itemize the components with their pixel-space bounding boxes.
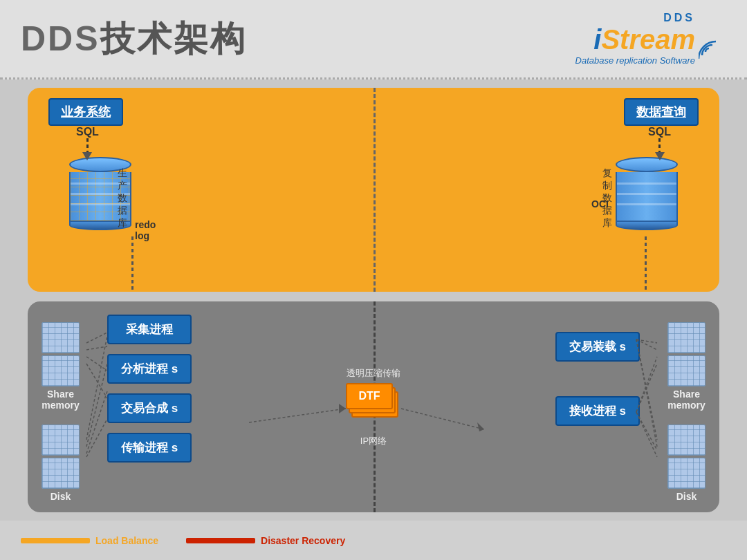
top-left: 业务系统 xyxy=(48,98,123,126)
left-disk: Disk xyxy=(42,424,80,502)
footer-load-balance: Load Balance xyxy=(21,535,158,546)
svg-line-6 xyxy=(86,391,107,454)
right-db-area: SQL OCI 复制数据库 xyxy=(616,129,678,230)
sql-right-line xyxy=(658,138,661,152)
svg-marker-19 xyxy=(477,422,484,431)
rep-db-label: 复制数据库 xyxy=(602,167,612,230)
disaster-recovery-label: Disaster Recovery xyxy=(261,535,345,546)
disaster-recovery-bar xyxy=(186,538,255,543)
title-dds: DDS xyxy=(21,19,100,58)
sql-left-arrow xyxy=(82,152,92,160)
process-transmit: 传输进程 s xyxy=(107,433,192,463)
right-memory-disk: Sharememory Disk xyxy=(667,322,706,502)
grid-icon-disk2 xyxy=(42,458,80,489)
disk-left-label: Disk xyxy=(50,491,71,502)
sql-right-label: SQL xyxy=(648,126,671,138)
share-memory-left-label: Sharememory xyxy=(42,389,79,411)
process-analyze: 分析进程 s xyxy=(107,354,192,384)
logo-stream: Stream xyxy=(601,24,695,55)
dtf-stack: DTF xyxy=(346,383,401,431)
center-divider xyxy=(374,88,376,292)
grid-icon-sm3 xyxy=(667,322,706,353)
dtf-label: DTF xyxy=(358,390,380,402)
disk-right-label: Disk xyxy=(676,491,697,502)
share-memory-right-label: Sharememory xyxy=(667,389,705,411)
svg-line-3 xyxy=(86,364,107,398)
svg-line-2 xyxy=(86,357,107,371)
page-wrapper: DDS技术架构 DDS i Stream Database replicatio… xyxy=(0,0,747,560)
load-balance-label: Load Balance xyxy=(95,535,158,546)
logo-istream-row: i Stream xyxy=(593,24,695,55)
sql-right-area: SQL xyxy=(648,126,671,160)
svg-line-16 xyxy=(249,409,346,422)
left-db-area: SQL redo log xyxy=(69,129,131,230)
redo-line-down xyxy=(131,236,133,292)
left-processes: 采集进程 分析进程 s 交易合成 s 传输进程 s xyxy=(107,312,192,465)
right-share-memory: Sharememory xyxy=(667,322,706,411)
ip-label: IP网络 xyxy=(360,435,387,447)
oci-line-down xyxy=(645,236,647,292)
prod-db-label: 生产数据库 xyxy=(118,167,131,230)
logo-subtitle: Database replication Software xyxy=(575,55,695,66)
stripe1r xyxy=(617,183,676,185)
right-db-cylinder xyxy=(616,157,678,230)
compression-label: 透明压缩传输 xyxy=(347,367,400,380)
grid-icon-disk4 xyxy=(667,458,706,489)
left-share-memory: Sharememory xyxy=(42,322,80,411)
redo-log-label: redo log xyxy=(135,219,156,241)
svg-line-7 xyxy=(86,419,107,457)
process-compose: 交易合成 s xyxy=(107,393,192,423)
load-balance-bar xyxy=(21,538,90,543)
logo-area: DDS i Stream Database replication Softwa… xyxy=(575,12,726,66)
sql-left-area: SQL xyxy=(76,126,99,160)
process-load: 交易装载 s xyxy=(555,332,640,362)
dtf-area: 透明压缩传输 DTF IP网络 xyxy=(346,367,401,447)
signal-icon xyxy=(699,24,726,62)
right-disk: Disk xyxy=(667,424,706,502)
right-processes: 交易装载 s 接收进程 s xyxy=(555,329,640,429)
sql-left-label: SQL xyxy=(76,126,99,138)
cylinder-body-right xyxy=(616,172,678,221)
logo-text: DDS i Stream Database replication Softwa… xyxy=(575,12,695,66)
stripe2r xyxy=(617,193,676,195)
content-area: 业务系统 数据查询 SQL xyxy=(0,80,747,521)
logo-container: DDS i Stream Database replication Softwa… xyxy=(575,12,726,66)
bottom-panel: Sharememory Disk 采集进程 分析进程 s 交易合成 s 传输进程… xyxy=(28,301,719,512)
grid-icon-disk1 xyxy=(42,424,80,456)
sql-left-line xyxy=(86,138,89,152)
grid-icon-disk3 xyxy=(667,424,706,456)
svg-marker-17 xyxy=(339,404,346,413)
svg-line-5 xyxy=(86,364,107,447)
sql-right-arrow xyxy=(655,152,665,160)
left-memory-disk: Sharememory Disk xyxy=(42,322,80,502)
grid-icon-sm4 xyxy=(667,355,706,386)
grid-icon-sm1 xyxy=(42,322,80,353)
cylinder-bottom-right xyxy=(616,221,678,230)
dtf-card1: DTF xyxy=(346,383,393,409)
footer-disaster-recovery: Disaster Recovery xyxy=(186,535,345,546)
logo-i: i xyxy=(593,24,601,55)
svg-line-4 xyxy=(86,336,107,440)
title-suffix: 技术架构 xyxy=(100,19,247,58)
svg-line-18 xyxy=(401,409,484,429)
svg-line-1 xyxy=(86,346,107,350)
top-panel: 业务系统 数据查询 SQL xyxy=(28,88,719,292)
top-right: 数据查询 xyxy=(624,98,699,126)
data-query-box: 数据查询 xyxy=(624,98,699,126)
process-receive: 接收进程 s xyxy=(555,396,640,426)
logo-dds: DDS xyxy=(663,12,695,24)
footer: Load Balance Disaster Recovery xyxy=(0,521,747,560)
grid-icon-sm2 xyxy=(42,355,80,386)
svg-line-0 xyxy=(86,333,107,343)
process-collect: 采集进程 xyxy=(107,315,192,344)
business-system-box: 业务系统 xyxy=(48,98,123,126)
stripe3r xyxy=(617,203,676,205)
header: DDS技术架构 DDS i Stream Database replicatio… xyxy=(0,0,747,80)
page-title: DDS技术架构 xyxy=(21,16,247,62)
